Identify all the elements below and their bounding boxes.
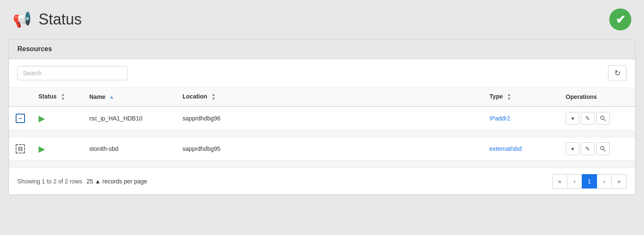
showing-text: Showing 1 to 2 of 2 rows: [17, 178, 82, 185]
col-header-operations: Operations: [559, 87, 635, 107]
row-type-link[interactable]: external/sbd: [489, 145, 522, 152]
megaphone-icon: 📢: [13, 11, 32, 28]
row-expand-button[interactable]: ⊟: [16, 144, 25, 153]
row-status-cell: ▶: [32, 137, 83, 161]
row-location-cell: sapprdhdbg96: [176, 107, 483, 130]
sort-icon-name: ▲: [110, 95, 114, 99]
expand-row-2: [9, 161, 635, 168]
expand-row-1: [9, 130, 635, 137]
search-input[interactable]: [17, 66, 127, 80]
ops-search-button[interactable]: [596, 142, 610, 155]
ops-dropdown-button[interactable]: ▾: [566, 112, 579, 125]
ops-dropdown-button[interactable]: ▾: [566, 142, 579, 155]
svg-point-2: [601, 147, 604, 150]
resources-table: Status ▲▼ Name ▲ Location ▲▼ Type ▲▼ Ope…: [9, 87, 635, 168]
row-name-cell: stonith-sbd: [83, 137, 176, 161]
row-type-cell: external/sbd: [483, 137, 559, 161]
row-operations-cell: ▾ ✎: [559, 137, 635, 161]
search-icon: [600, 146, 606, 152]
pagination-first-button[interactable]: «: [552, 174, 567, 189]
row-status-cell: ▶: [32, 107, 83, 130]
ops-group: ▾ ✎: [566, 112, 628, 125]
row-type-link[interactable]: IPaddr2: [489, 115, 510, 122]
col-header-location[interactable]: Location ▲▼: [176, 87, 483, 107]
resources-panel-title: Resources: [9, 39, 635, 59]
col-header-type[interactable]: Type ▲▼: [483, 87, 559, 107]
pagination-last-button[interactable]: »: [611, 174, 627, 189]
table-row: − ▶ rsc_ip_HA1_HDB10 sapprdhdbg96 IPaddr…: [9, 107, 635, 130]
ops-edit-button[interactable]: ✎: [581, 142, 594, 155]
pagination: « ‹ 1 › »: [553, 174, 627, 189]
table-row: ⊟ ▶ stonith-sbd sapprdhdbg95 external/sb…: [9, 137, 635, 161]
row-type-cell: IPaddr2: [483, 107, 559, 130]
col-header-expand: [9, 87, 32, 107]
svg-point-0: [601, 116, 604, 120]
sort-icon-location: ▲▼: [211, 93, 216, 101]
row-expand-button[interactable]: −: [16, 114, 25, 123]
search-icon: [600, 115, 606, 121]
row-expand-cell[interactable]: −: [9, 107, 32, 130]
page-header: 📢 Status ✔: [8, 8, 636, 30]
pagination-prev-button[interactable]: ‹: [567, 174, 582, 189]
row-operations-cell: ▾ ✎: [559, 107, 635, 130]
row-name-cell: rsc_ip_HA1_HDB10: [83, 107, 176, 130]
status-running-icon: ▶: [39, 144, 45, 153]
ops-group: ▾ ✎: [566, 142, 628, 155]
svg-line-1: [604, 119, 605, 121]
records-per-page-label: records per page: [102, 178, 147, 185]
col-header-status[interactable]: Status ▲▼: [32, 87, 83, 107]
sort-icon-status: ▲▼: [61, 93, 65, 101]
col-header-name[interactable]: Name ▲: [83, 87, 176, 107]
pagination-current-button[interactable]: 1: [582, 174, 597, 189]
ops-search-button[interactable]: [596, 112, 610, 125]
refresh-button[interactable]: ↻: [608, 65, 627, 81]
sort-icon-type: ▲▼: [507, 93, 511, 101]
records-per-page-arrow: ▲: [95, 178, 101, 185]
pagination-next-button[interactable]: ›: [597, 174, 612, 189]
records-per-page-selector[interactable]: 25 ▲ records per page: [86, 178, 147, 185]
title-group: 📢 Status: [13, 11, 82, 28]
svg-line-3: [604, 150, 605, 151]
row-expand-cell[interactable]: ⊟: [9, 137, 32, 161]
toolbar: ↻: [9, 59, 635, 87]
status-check-icon[interactable]: ✔: [609, 8, 631, 30]
resources-panel: Resources ↻ Status ▲▼ Name ▲ Location ▲▼: [8, 39, 636, 195]
records-per-page-value: 25: [86, 178, 93, 185]
status-running-icon: ▶: [39, 114, 45, 123]
row-location-cell: sapprdhdbg95: [176, 137, 483, 161]
table-header-row: Status ▲▼ Name ▲ Location ▲▼ Type ▲▼ Ope…: [9, 87, 635, 107]
footer-info: Showing 1 to 2 of 2 rows 25 ▲ records pe…: [17, 178, 147, 185]
ops-edit-button[interactable]: ✎: [581, 112, 594, 125]
page-title: Status: [39, 11, 82, 28]
table-footer: Showing 1 to 2 of 2 rows 25 ▲ records pe…: [9, 168, 635, 194]
